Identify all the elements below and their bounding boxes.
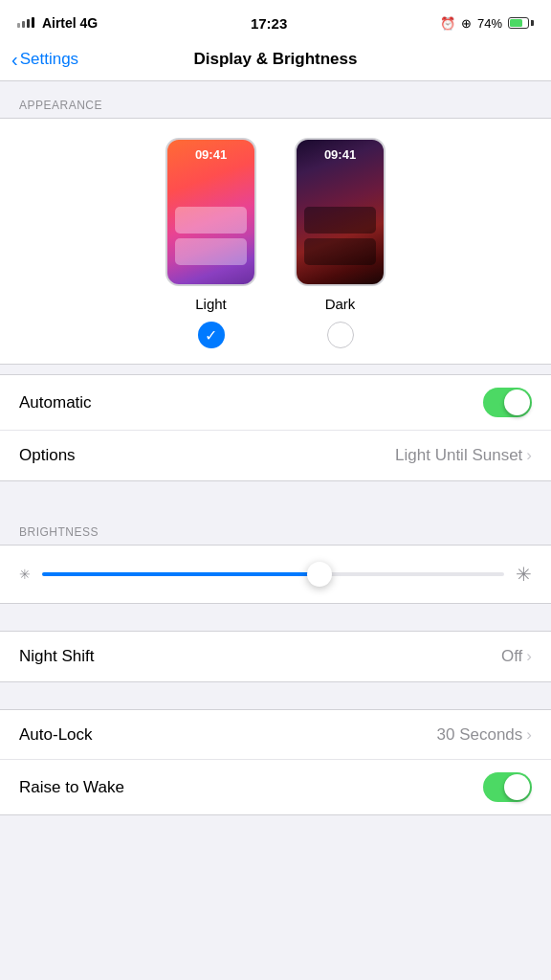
light-mode-bars [175, 207, 247, 265]
appearance-section-label: APPEARANCE [0, 81, 551, 118]
spacer-1 [0, 365, 551, 374]
raise-to-wake-toggle[interactable] [483, 772, 532, 802]
options-value: Light Until Sunset › [395, 446, 532, 465]
options-label: Options [19, 446, 76, 465]
appearance-options: 09:41 Light ✓ 09:41 Dark [0, 138, 551, 348]
night-shift-chevron-icon: › [526, 647, 532, 666]
spacer-3 [0, 604, 551, 631]
light-mode-radio[interactable]: ✓ [198, 322, 225, 348]
brightness-row: ✳ ✳ [19, 563, 532, 586]
light-mode-option[interactable]: 09:41 Light ✓ [165, 138, 256, 348]
night-shift-card: Night Shift Off › [0, 631, 551, 682]
automatic-toggle[interactable] [483, 388, 532, 417]
automatic-label: Automatic [19, 393, 92, 412]
auto-lock-label: Auto-Lock [19, 725, 93, 745]
options-chevron-icon: › [526, 446, 532, 465]
night-shift-row[interactable]: Night Shift Off › [0, 632, 551, 681]
brightness-section-label: BRIGHTNESS [0, 508, 551, 545]
auto-lock-row[interactable]: Auto-Lock 30 Seconds › [0, 710, 551, 760]
location-icon: ⊕ [461, 16, 472, 31]
dark-mode-radio[interactable] [327, 322, 354, 348]
automatic-toggle-thumb [504, 390, 530, 415]
status-time: 17:23 [251, 15, 287, 32]
dark-mode-label: Dark [325, 296, 356, 312]
light-mode-label: Light [195, 296, 227, 312]
carrier-label: Airtel 4G [17, 15, 98, 31]
auto-lock-card: Auto-Lock 30 Seconds › Raise to Wake [0, 709, 551, 815]
auto-lock-chevron-icon: › [526, 725, 532, 745]
night-shift-value: Off › [501, 647, 532, 666]
auto-lock-value: 30 Seconds › [437, 725, 532, 745]
brightness-high-icon: ✳ [516, 563, 532, 586]
dark-mode-bars [304, 207, 376, 265]
options-row[interactable]: Options Light Until Sunset › [0, 431, 551, 480]
battery-icon [508, 17, 534, 29]
back-label: Settings [20, 50, 78, 69]
light-mode-time: 09:41 [167, 140, 254, 162]
dark-mode-preview: 09:41 [295, 138, 386, 286]
spacer-2 [0, 481, 551, 508]
nav-bar: ‹ Settings Display & Brightness [0, 42, 551, 81]
battery-percent: 74% [477, 16, 502, 31]
appearance-card: 09:41 Light ✓ 09:41 Dark [0, 118, 551, 365]
dark-mode-option[interactable]: 09:41 Dark [295, 138, 386, 348]
raise-to-wake-row: Raise to Wake [0, 760, 551, 814]
raise-to-wake-label: Raise to Wake [19, 778, 124, 797]
light-mode-preview: 09:41 [165, 138, 256, 286]
page-title: Display & Brightness [194, 50, 358, 69]
spacer-4 [0, 682, 551, 709]
raise-to-wake-toggle-thumb [504, 774, 530, 800]
back-button[interactable]: ‹ Settings [11, 50, 78, 69]
status-bar: Airtel 4G 17:23 ⏰ ⊕ 74% [0, 0, 551, 42]
automatic-row: Automatic [0, 375, 551, 431]
brightness-slider[interactable] [42, 572, 504, 576]
brightness-low-icon: ✳ [19, 567, 31, 582]
night-shift-label: Night Shift [19, 647, 94, 666]
back-chevron-icon: ‹ [11, 50, 18, 69]
alarm-icon: ⏰ [440, 16, 455, 31]
dark-mode-time: 09:41 [297, 140, 384, 162]
automatic-card: Automatic Options Light Until Sunset › [0, 374, 551, 481]
brightness-card: ✳ ✳ [0, 545, 551, 604]
brightness-slider-thumb[interactable] [307, 562, 332, 587]
status-icons: ⏰ ⊕ 74% [440, 16, 534, 31]
brightness-slider-fill [42, 572, 320, 576]
